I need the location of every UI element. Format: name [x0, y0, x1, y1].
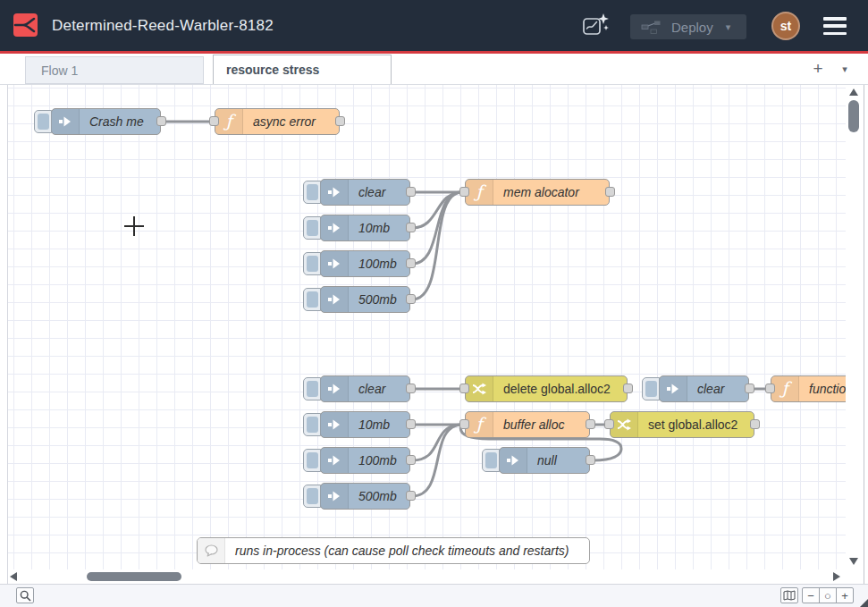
flow-canvas[interactable]: Crash meƒasync errorclear10mb100mb500mbƒ… — [0, 85, 846, 569]
deploy-icon — [641, 20, 662, 34]
tab-flow-1[interactable]: Flow 1 — [25, 56, 204, 84]
output-port[interactable] — [605, 187, 615, 197]
ai-flow-assistant-icon[interactable] — [582, 12, 609, 39]
inject-trigger-button[interactable] — [303, 413, 321, 436]
node-label: delete global.alloc2 — [493, 382, 618, 396]
output-port[interactable] — [623, 384, 633, 393]
node-label: 100mb — [349, 453, 404, 468]
node-label: mem alocator — [493, 185, 586, 199]
inject-trigger-button[interactable] — [642, 377, 660, 400]
output-port[interactable] — [750, 419, 760, 429]
wire-10mb-1-to-mem-alocator[interactable] — [412, 192, 462, 228]
inject-trigger-button[interactable] — [303, 485, 321, 508]
node-label: 10mb — [349, 417, 397, 432]
output-port[interactable] — [406, 294, 416, 304]
scroll-up-arrow-icon[interactable] — [849, 89, 858, 96]
inject-icon — [660, 376, 687, 401]
deploy-button[interactable]: Deploy ▾ — [630, 14, 746, 39]
node-clear-2[interactable]: clear — [320, 375, 410, 402]
node-label: 500mb — [349, 489, 404, 503]
tab-resource-stress[interactable]: resource stress — [213, 55, 392, 84]
node-null-inject[interactable]: null — [499, 447, 590, 474]
inject-icon — [321, 287, 349, 312]
node-crash-me[interactable]: Crash me — [51, 108, 161, 135]
output-port[interactable] — [156, 116, 166, 126]
node-clear-1[interactable]: clear — [320, 179, 410, 206]
add-flow-button[interactable]: + — [807, 58, 829, 80]
input-port[interactable] — [459, 384, 469, 393]
vertical-scroll-thumb[interactable] — [848, 100, 859, 132]
input-port[interactable] — [459, 187, 469, 197]
scroll-right-arrow-icon[interactable] — [833, 572, 840, 581]
vertical-scrollbar — [846, 85, 864, 584]
function-icon: ƒ — [466, 180, 493, 205]
node-label: Crash me — [80, 114, 151, 129]
left-gutter — [0, 85, 8, 584]
inject-trigger-button[interactable] — [303, 181, 321, 204]
tab-label: resource stress — [226, 63, 319, 77]
output-port[interactable] — [335, 116, 345, 126]
workspace: Crash meƒasync errorclear10mb100mb500mbƒ… — [0, 85, 868, 584]
comment-icon — [198, 538, 225, 563]
inject-icon — [321, 251, 349, 276]
output-port[interactable] — [406, 187, 416, 197]
inject-icon — [52, 109, 80, 134]
navigator-toggle-button[interactable] — [780, 587, 798, 603]
output-port[interactable] — [406, 419, 416, 429]
node-10mb-2[interactable]: 10mb — [320, 411, 410, 438]
change-icon — [466, 376, 493, 401]
zoom-in-button[interactable]: + — [836, 587, 854, 603]
inject-trigger-button[interactable] — [303, 377, 321, 400]
inject-icon — [321, 412, 349, 437]
output-port[interactable] — [586, 419, 595, 429]
instance-title: Determined-Reed-Warbler-8182 — [52, 0, 274, 51]
inject-trigger-button[interactable] — [303, 216, 321, 240]
node-clear-3[interactable]: clear — [659, 375, 749, 402]
inject-trigger-button[interactable] — [303, 252, 321, 275]
resize-grip[interactable] — [859, 599, 868, 607]
inject-trigger-button[interactable] — [303, 288, 321, 311]
node-500mb-2[interactable]: 500mb — [320, 483, 410, 510]
node-comment-1[interactable]: runs in-process (can cause poll check ti… — [197, 537, 590, 564]
input-port[interactable] — [604, 419, 614, 429]
node-label: null — [527, 453, 564, 468]
zoom-out-button[interactable]: − — [802, 587, 820, 603]
node-10mb-1[interactable]: 10mb — [320, 215, 410, 241]
inject-icon — [321, 448, 349, 473]
node-500mb-1[interactable]: 500mb — [320, 286, 410, 313]
zoom-reset-button[interactable]: ○ — [819, 587, 837, 603]
node-set-global-alloc2[interactable]: set global.alloc2 — [610, 411, 754, 438]
input-port[interactable] — [459, 419, 469, 429]
node-100mb-2[interactable]: 100mb — [320, 447, 410, 474]
output-port[interactable] — [406, 223, 416, 232]
node-buffer-alloc[interactable]: ƒbuffer alloc — [465, 411, 590, 438]
inject-trigger-button[interactable] — [34, 110, 52, 133]
input-port[interactable] — [765, 384, 775, 393]
node-label: 10mb — [349, 221, 397, 235]
main-menu-icon[interactable] — [823, 17, 847, 35]
flowfuse-logo-icon[interactable] — [13, 13, 38, 37]
node-100mb-1[interactable]: 100mb — [320, 250, 410, 277]
flow-list-menu-icon[interactable]: ▾ — [837, 62, 853, 76]
output-port[interactable] — [406, 384, 416, 393]
output-port[interactable] — [406, 258, 416, 268]
wire-100mb-2-to-buffer-alloc[interactable] — [412, 425, 462, 460]
search-flows-button[interactable] — [16, 587, 34, 603]
node-mem-alocator[interactable]: ƒmem alocator — [465, 179, 610, 206]
deploy-caret-icon[interactable]: ▾ — [726, 21, 731, 33]
inject-trigger-button[interactable] — [482, 449, 500, 472]
output-port[interactable] — [406, 491, 416, 501]
input-port[interactable] — [209, 116, 219, 126]
node-delete-global-alloc2[interactable]: delete global.alloc2 — [465, 375, 628, 402]
node-function-1[interactable]: ƒfunction — [771, 375, 846, 402]
horizontal-scroll-thumb[interactable] — [87, 572, 181, 581]
mouse-crosshair-cursor — [124, 216, 144, 236]
node-async-error[interactable]: ƒasync error — [215, 108, 340, 135]
output-port[interactable] — [745, 384, 754, 393]
scroll-down-arrow-icon[interactable] — [849, 558, 858, 565]
inject-trigger-button[interactable] — [303, 449, 321, 472]
output-port[interactable] — [406, 455, 416, 465]
output-port[interactable] — [586, 455, 595, 465]
user-avatar[interactable]: st — [771, 12, 800, 40]
scroll-left-arrow-icon[interactable] — [10, 572, 17, 581]
